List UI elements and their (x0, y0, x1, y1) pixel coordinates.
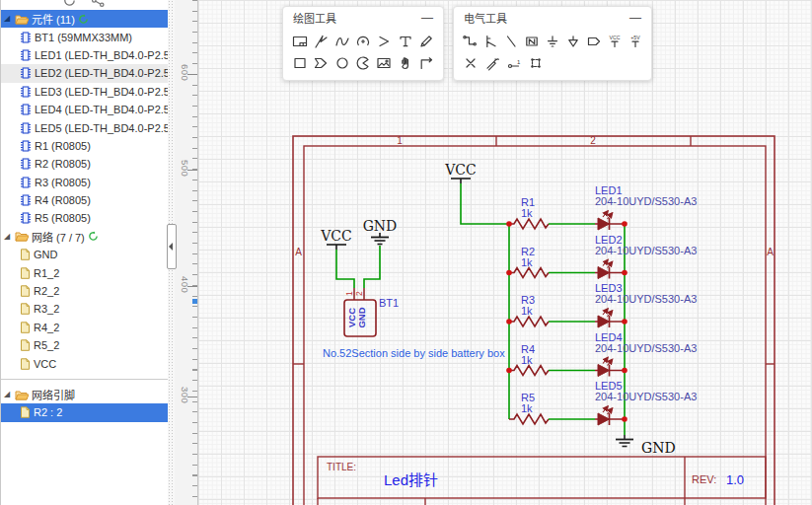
sidebar-section-header[interactable]: ◢网络引脚 (1, 386, 169, 403)
sidebar-item[interactable]: R4 (R0805) (1, 191, 169, 209)
gnd-flag-array[interactable]: GND (616, 435, 676, 456)
voltage-probe-icon-button[interactable] (482, 53, 502, 73)
led-array-circuit[interactable]: R11kLED1204-10UYD/S530-A3R21kLED2204-10U… (461, 183, 697, 456)
sidebar-item[interactable]: LED3 (LED-TH_BD4.0-P2.54-FD) (1, 83, 169, 101)
led-row[interactable]: R51kLED5204-10UYD/S530-A3 (509, 380, 697, 425)
vcc-flag-battery[interactable]: VCC (320, 228, 352, 250)
spline-icon-button[interactable] (332, 32, 351, 51)
vcc-flag-array[interactable]: VCC (444, 162, 477, 183)
led-row[interactable]: R31kLED3204-10UYD/S530-A3 (506, 282, 697, 327)
sidebar-item[interactable]: GND (1, 246, 169, 263)
pin-icon-button[interactable]: 1 (504, 53, 524, 73)
panel-minimize-button[interactable]: — (629, 13, 641, 23)
sidebar-item[interactable]: R2 : 2 (1, 403, 169, 421)
polygon-icon-button[interactable] (311, 53, 330, 73)
resistor-value[interactable]: 1k (521, 402, 533, 414)
ground-triangle-icon-button[interactable] (563, 32, 582, 51)
gnd-flag-battery[interactable]: GND (363, 218, 398, 245)
hand-icon-button[interactable] (396, 53, 414, 73)
sidebar-item[interactable]: R2_2 (1, 282, 169, 300)
sidebar-item[interactable]: LED2 (LED-TH_BD4.0-P2.54-FD) (1, 64, 169, 82)
sidebar-item[interactable]: LED1 (LED-TH_BD4.0-P2.54-FD) (1, 46, 169, 64)
arc-icon-button[interactable] (353, 32, 372, 51)
sidebar-item[interactable]: R5_2 (1, 336, 169, 354)
plus5v-flag-icon-button[interactable]: +5V (626, 32, 644, 51)
resistor-value[interactable]: 1k (521, 354, 533, 366)
net-label-icon-button[interactable] (523, 32, 542, 51)
led-part-number[interactable]: 204-10UYD/S530-A3 (595, 293, 697, 305)
sidebar-item[interactable]: R5 (R0805) (1, 209, 169, 227)
corner-line-icon-button[interactable] (417, 53, 436, 73)
wire-icon-button[interactable] (461, 32, 480, 51)
sidebar-section-header[interactable]: ◢网络 (7 / 7) (1, 228, 169, 246)
led-row[interactable]: R11kLED1204-10UYD/S530-A3 (506, 184, 697, 230)
led-part-number[interactable]: 204-10UYD/S530-A3 (595, 195, 697, 207)
sidebar-item[interactable]: BT1 (59MMX33MM) (1, 28, 169, 45)
sidebar-item[interactable]: R4_2 (1, 319, 169, 336)
led-symbol[interactable] (595, 406, 625, 425)
polyline-icon-button[interactable] (311, 32, 330, 51)
net-port-icon-button[interactable] (584, 32, 603, 51)
sidebar-item[interactable]: LED4 (LED-TH_BD4.0-P2.54-FD) (1, 101, 169, 118)
canvas-icon-button[interactable] (290, 32, 309, 51)
led-part-number[interactable]: 204-10UYD/S530-A3 (595, 245, 697, 256)
resistor-value[interactable]: 1k (521, 256, 533, 268)
led-row[interactable]: R41kLED4204-10UYD/S530-A3 (506, 331, 697, 377)
sidebar-item[interactable]: R1 (R0805) (1, 137, 169, 155)
sync-icon[interactable] (62, 0, 77, 8)
resistor-symbol[interactable] (509, 219, 549, 229)
sidebar-panel: ◢元件 (11)BT1 (59MMX33MM)LED1 (LED-TH_BD4.… (0, 0, 169, 505)
sidebar-item[interactable]: R1_2 (1, 263, 169, 281)
sidebar-item[interactable]: R2 (R0805) (1, 155, 169, 173)
share-icon[interactable] (91, 0, 106, 8)
sidebar-collapse-handle[interactable] (167, 224, 177, 269)
rect-icon-button[interactable] (290, 53, 309, 73)
wire-vcc-feed[interactable] (461, 183, 509, 224)
pencil-icon-button[interactable] (417, 32, 436, 51)
resistor-value[interactable]: 1k (521, 305, 533, 317)
battery-note[interactable]: No.52Section side by side battery box (323, 347, 505, 359)
corner-line-icon (418, 55, 434, 71)
sidebar-item[interactable]: LED5 (LED-TH_BD4.0-P2.54-FD) (1, 118, 169, 136)
resistor-symbol[interactable] (509, 366, 549, 376)
expander-icon[interactable]: ◢ (4, 15, 12, 23)
arrow-icon-button[interactable] (375, 32, 394, 51)
led-symbol[interactable] (595, 211, 625, 230)
expander-icon[interactable]: ◢ (4, 391, 12, 398)
resistor-symbol[interactable] (509, 268, 549, 278)
led-part-number[interactable]: 204-10UYD/S530-A3 (595, 342, 697, 354)
refresh-icon[interactable] (78, 14, 89, 25)
resistor-symbol[interactable] (509, 317, 549, 326)
led-symbol[interactable] (595, 260, 625, 279)
pie-icon-button[interactable] (353, 53, 372, 73)
rev-value[interactable]: 1.0 (726, 472, 744, 487)
sidebar-item[interactable]: VCC (1, 354, 169, 372)
no-connect-icon-button[interactable] (461, 53, 480, 73)
refresh-icon[interactable] (88, 231, 99, 242)
wire-vcc-to-bt1[interactable] (336, 250, 354, 288)
battery-ref[interactable]: BT1 (379, 297, 399, 309)
panel-minimize-button[interactable]: — (421, 13, 433, 23)
ellipse-icon-button[interactable] (332, 53, 351, 73)
net-class-icon-button[interactable] (526, 53, 546, 73)
resistor-symbol[interactable] (509, 414, 549, 424)
wire-gnd-to-bt1[interactable] (364, 246, 380, 288)
sidebar-section-header[interactable]: ◢元件 (11) (1, 10, 169, 28)
vcc-flag-icon-button[interactable]: VCC (605, 32, 624, 51)
led-symbol[interactable] (595, 309, 625, 327)
led-part-number[interactable]: 204-10UYD/S530-A3 (595, 391, 697, 402)
image-icon-button[interactable] (375, 53, 394, 73)
sidebar-item[interactable]: R3_2 (1, 300, 169, 318)
ground-icon-button[interactable] (544, 32, 562, 51)
sheet-title[interactable]: Led排针 (384, 471, 438, 488)
sidebar-item[interactable]: R3 (R0805) (1, 174, 169, 191)
led-symbol[interactable] (595, 358, 625, 377)
led-row[interactable]: R21kLED2204-10UYD/S530-A3 (506, 234, 697, 279)
bus-entry-icon-button[interactable] (502, 32, 521, 51)
title-block[interactable]: TITLE:Led排针REV:1.0 (318, 457, 766, 505)
pie-icon (355, 55, 371, 71)
resistor-value[interactable]: 1k (521, 207, 533, 219)
bus-icon-button[interactable] (481, 32, 500, 51)
expander-icon[interactable]: ◢ (4, 233, 12, 241)
text-icon-button[interactable] (396, 32, 414, 51)
